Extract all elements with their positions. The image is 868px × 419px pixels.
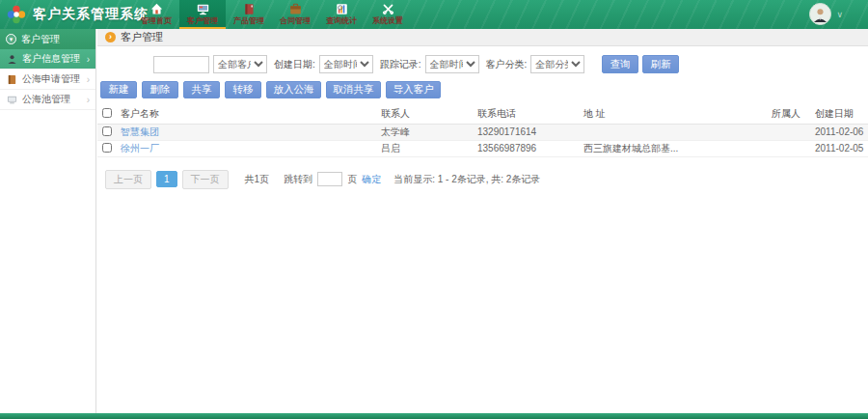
notebook-icon (243, 2, 256, 15)
monitor-icon (197, 2, 209, 15)
user-menu[interactable]: ∨ (809, 3, 843, 25)
customer-name-link[interactable]: 徐州一厂 (121, 143, 159, 154)
top-header-bar: 客户关系管理系统 管理首页 客户管理 产品管理 (0, 0, 868, 29)
contact-cell: 吕启 (379, 140, 475, 156)
user-icon (6, 53, 17, 65)
sidebar-item-public-apply[interactable]: 公海申请管理 › (0, 70, 95, 90)
app-title: 客户关系管理系统 (33, 6, 149, 23)
pinwheel-logo-icon (6, 4, 27, 25)
col-created: 创建日期 (813, 104, 868, 124)
phone-cell: 13290171614 (475, 124, 582, 140)
row-checkbox[interactable] (102, 126, 112, 136)
track-record-label: 跟踪记录: (380, 58, 421, 71)
tab-customers[interactable]: 客户管理 (179, 0, 226, 29)
select-all-checkbox[interactable] (102, 108, 112, 118)
chevron-right-icon: › (87, 54, 90, 65)
tab-home[interactable]: 管理首页 (133, 0, 179, 29)
briefcase-icon (289, 2, 302, 15)
jump-to-label: 跳转到 (284, 173, 312, 186)
move-to-public-button[interactable]: 放入公海 (266, 81, 321, 98)
computer-icon (6, 94, 17, 105)
arrow-badge-icon: › (105, 32, 116, 42)
chevron-right-icon: › (87, 74, 90, 85)
col-contact: 联系人 (379, 104, 475, 124)
action-toolbar: 新建 删除 共享 转移 放入公海 取消共享 导入客户 (100, 81, 868, 98)
chart-icon (336, 2, 348, 15)
chevron-down-icon: ∨ (836, 10, 843, 19)
pagination-bar: 上一页 1 下一页 共1页 跳转到 页 确定 当前显示: 1 - 2条记录, 共… (105, 170, 868, 189)
tab-products[interactable]: 产品管理 (226, 0, 272, 29)
contact-cell: 太学峰 (379, 124, 475, 140)
refresh-button[interactable]: 刷新 (642, 55, 679, 73)
sidebar-group-customer-mgmt[interactable]: ▾ 客户管理 › (0, 29, 95, 49)
book-icon (6, 73, 17, 85)
footer-bar (0, 413, 868, 419)
track-record-select[interactable]: 全部时间 (425, 55, 479, 73)
create-date-label: 创建日期: (274, 58, 315, 71)
page-1-button[interactable]: 1 (156, 171, 177, 187)
customer-name-link[interactable]: 智慧集团 (121, 126, 159, 137)
chevron-right-icon: › (87, 95, 90, 105)
prev-page-button[interactable]: 上一页 (105, 170, 151, 189)
next-page-button[interactable]: 下一页 (182, 170, 229, 189)
keyword-input[interactable] (153, 56, 209, 73)
tools-icon (382, 2, 394, 15)
page-unit-label: 页 (347, 173, 357, 186)
category-select[interactable]: 全部分类 (530, 55, 584, 73)
new-button[interactable]: 新建 (100, 81, 137, 98)
create-date-select[interactable]: 全部时间 (319, 55, 373, 73)
delete-button[interactable]: 删除 (142, 81, 178, 98)
sidebar: ▾ 客户管理 › 客户信息管理 › 公海申请管理 › 公海池管理 › (0, 29, 96, 413)
col-customer-name: 客户名称 (119, 104, 379, 124)
circle-chevron-icon: ▾ (6, 34, 16, 44)
address-cell: 西三旗建材城总部基... (582, 140, 770, 156)
col-address: 地 址 (582, 104, 770, 124)
filter-bar: 全部客户 创建日期: 全部时间 跟踪记录: 全部时间 客户分类: 全部分类 查询… (153, 55, 868, 73)
customers-table: 客户名称 联系人 联系电话 地 址 所属人 创建日期 智慧集团 太学峰 1329… (97, 104, 868, 157)
user-avatar-icon (809, 3, 831, 25)
breadcrumb: › 客户管理 (97, 29, 868, 46)
owner-cell (770, 124, 813, 140)
col-phone: 联系电话 (475, 104, 582, 124)
phone-cell: 13566987896 (475, 140, 582, 156)
table-header-row: 客户名称 联系人 联系电话 地 址 所属人 创建日期 (97, 104, 868, 124)
tab-contracts[interactable]: 合同管理 (272, 0, 318, 29)
owner-cell (770, 140, 813, 156)
customer-type-select[interactable]: 全部客户 (213, 55, 267, 73)
share-button[interactable]: 共享 (183, 81, 220, 98)
created-cell: 2011-02-05 (813, 140, 868, 156)
cancel-share-button[interactable]: 取消共享 (326, 81, 381, 98)
tab-settings[interactable]: 系统设置 (365, 0, 411, 29)
sidebar-item-customer-info[interactable]: 客户信息管理 › (0, 49, 95, 70)
jump-page-input[interactable] (317, 172, 342, 186)
created-cell: 2011-02-06 (813, 124, 868, 140)
main-nav: 管理首页 客户管理 产品管理 合同管理 (133, 0, 411, 29)
records-summary: 当前显示: 1 - 2条记录, 共: 2条记录 (393, 173, 540, 186)
main-content: › 客户管理 全部客户 创建日期: 全部时间 跟踪记录: 全部时间 客户分类: … (97, 29, 868, 413)
jump-confirm-link[interactable]: 确定 (362, 173, 381, 186)
table-row: 徐州一厂 吕启 13566987896 西三旗建材城总部基... 2011-02… (97, 140, 868, 156)
page-title: 客户管理 (121, 30, 163, 44)
import-customers-button[interactable]: 导入客户 (386, 81, 441, 98)
col-owner: 所属人 (770, 104, 813, 124)
transfer-button[interactable]: 转移 (225, 81, 261, 98)
row-checkbox[interactable] (102, 143, 112, 153)
address-cell (582, 124, 770, 140)
sidebar-item-public-pool[interactable]: 公海池管理 › (0, 90, 95, 110)
search-button[interactable]: 查询 (602, 55, 638, 73)
home-icon (150, 2, 163, 15)
crm-app: 客户关系管理系统 管理首页 客户管理 产品管理 (0, 0, 868, 419)
total-pages-label: 共1页 (245, 173, 270, 186)
brand: 客户关系管理系统 (6, 0, 149, 29)
tab-statistics[interactable]: 查询统计 (318, 0, 365, 29)
category-label: 客户分类: (486, 58, 528, 71)
table-row: 智慧集团 太学峰 13290171614 2011-02-06 (97, 124, 868, 140)
